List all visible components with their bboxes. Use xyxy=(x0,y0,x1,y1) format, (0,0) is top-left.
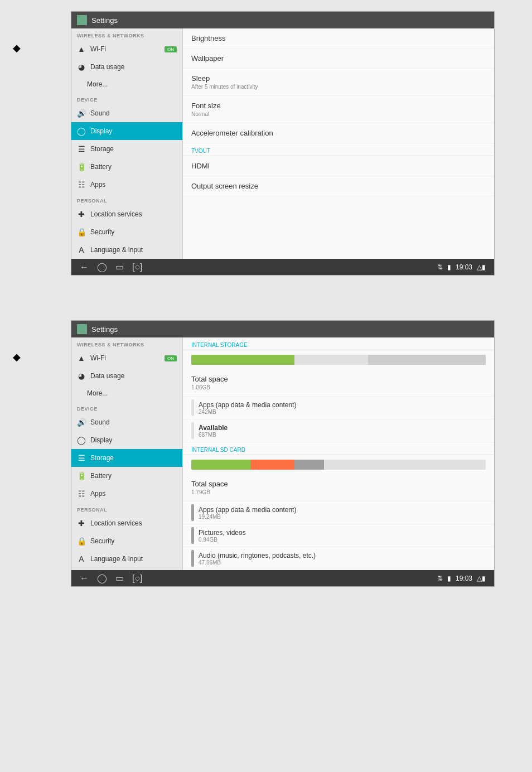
sidebar-item-language-2[interactable]: A Language & input xyxy=(71,550,182,568)
diamond2-icon: ◆ xyxy=(13,351,21,363)
page-wrapper: ◆ Settings WIRELESS & NETWORKS ▲ Wi-Fi O… xyxy=(0,0,532,620)
legend-color-sd-apps xyxy=(191,504,194,521)
sidebar-item-more-2[interactable]: More... xyxy=(71,385,182,402)
sd-bar-seg1 xyxy=(191,460,250,470)
wifi-toggle-2[interactable]: ON xyxy=(165,355,177,361)
section-personal-2: PERSONAL xyxy=(71,503,182,514)
legend-color-sd-audio xyxy=(191,550,194,567)
wifi-status-icon-1: ⇅ xyxy=(437,263,443,271)
content-area-2: INTERNAL STORAGE Total space 1.06GB xyxy=(183,337,494,570)
legend-color-apps xyxy=(191,399,194,416)
battery-status-icon-2: ▮ xyxy=(447,575,451,582)
sidebar-item-location-1[interactable]: ✚ Location services xyxy=(71,205,182,223)
back-icon-2[interactable]: ← xyxy=(80,573,89,583)
diamond1-icon: ◆ xyxy=(13,42,21,54)
sidebar-item-apps-1[interactable]: ☷ Apps xyxy=(71,176,182,194)
sd-legend-apps: Apps (app data & media content) 19.24MB xyxy=(183,501,494,524)
sidebar-item-sound-2[interactable]: 🔊 Sound xyxy=(71,413,182,431)
sidebar-item-security-2[interactable]: 🔒 Security xyxy=(71,532,182,550)
apps-icon-1: ☷ xyxy=(77,180,86,189)
storage-legend-apps: Apps (app data & media content) 242MB xyxy=(183,397,494,419)
nav-bar-1: ← ◯ ▭ [○] ⇅ ▮ 19:03 △▮ xyxy=(71,259,494,275)
signal-icon-1: △▮ xyxy=(477,263,486,271)
title-bar-1: Settings xyxy=(71,12,494,28)
screenshot1-block: Settings WIRELESS & NETWORKS ▲ Wi-Fi ON … xyxy=(71,11,495,276)
title-bar-label: Settings xyxy=(91,16,118,25)
sidebar-item-security-1[interactable]: 🔒 Security xyxy=(71,223,182,241)
battery-icon-2: 🔋 xyxy=(77,471,86,480)
battery-icon-1: 🔋 xyxy=(77,162,86,171)
settings-toggle-icon-1[interactable]: [○] xyxy=(132,262,143,272)
sidebar-item-storage-2[interactable]: ☰ Storage xyxy=(71,449,182,467)
data-icon-2: ◕ xyxy=(77,371,86,380)
display-icon: ◯ xyxy=(77,127,86,136)
content-area-1: Brightness Wallpaper Sleep After 5 minut… xyxy=(183,28,494,259)
sidebar-item-storage-1[interactable]: ☰ Storage xyxy=(71,140,182,158)
sidebar-item-display-1[interactable]: ◯ Display xyxy=(71,122,182,140)
storage-icon-2: ☰ xyxy=(77,453,86,462)
wifi-icon: ▲ xyxy=(77,45,86,54)
status-bar-2: ⇅ ▮ 19:03 △▮ xyxy=(437,575,486,582)
sidebar-item-apps-2[interactable]: ☷ Apps xyxy=(71,485,182,503)
back-icon-1[interactable]: ← xyxy=(80,262,89,272)
security-icon-2: 🔒 xyxy=(77,537,86,546)
title-bar-2: Settings xyxy=(71,321,494,337)
sidebar-item-wifi-1[interactable]: ▲ Wi-Fi ON xyxy=(71,40,182,58)
content-font-size[interactable]: Font size Normal xyxy=(183,96,494,123)
sidebar-item-language-1[interactable]: A Language & input xyxy=(71,241,182,259)
internal-sd-label: INTERNAL SD CARD xyxy=(183,442,494,455)
section-device-1: DEVICE xyxy=(71,93,182,104)
sidebar-item-more-1[interactable]: More... xyxy=(71,76,182,93)
storage-bar-used xyxy=(191,355,294,365)
sidebar-item-location-2[interactable]: ✚ Location services xyxy=(71,514,182,532)
sd-legend-audio: Audio (music, ringtones, podcasts, etc.)… xyxy=(183,547,494,570)
content-wallpaper[interactable]: Wallpaper xyxy=(183,49,494,69)
sidebar-item-sound-1[interactable]: 🔊 Sound xyxy=(71,104,182,122)
signal-icon-2: △▮ xyxy=(477,575,486,582)
home-icon-2[interactable]: ◯ xyxy=(97,573,107,583)
status-bar-1: ⇅ ▮ 19:03 △▮ xyxy=(437,263,486,271)
sidebar-item-data-2[interactable]: ◕ Data usage xyxy=(71,367,182,385)
content-output-resize[interactable]: Output screen resize xyxy=(183,176,494,196)
section-device-2: DEVICE xyxy=(71,402,182,413)
display-icon-2: ◯ xyxy=(77,436,86,445)
wifi-status-icon-2: ⇅ xyxy=(437,575,443,582)
settings-toggle-icon-2[interactable]: [○] xyxy=(132,573,143,583)
settings-main-2: WIRELESS & NETWORKS ▲ Wi-Fi ON ◕ Data us… xyxy=(71,337,494,570)
legend-text-available: Available 687MB xyxy=(199,424,228,438)
wifi-icon-2: ▲ xyxy=(77,354,86,363)
content-sleep[interactable]: Sleep After 5 minutes of inactivity xyxy=(183,69,494,96)
content-hdmi[interactable]: HDMI xyxy=(183,156,494,176)
sidebar-item-battery-1[interactable]: 🔋 Battery xyxy=(71,158,182,176)
sd-bar-seg3 xyxy=(294,460,324,470)
content-brightness[interactable]: Brightness xyxy=(183,28,494,49)
content-accelerometer[interactable]: Accelerometer calibration xyxy=(183,123,494,143)
sidebar-item-battery-2[interactable]: 🔋 Battery xyxy=(71,467,182,485)
legend-color-sd-pictures xyxy=(191,527,194,544)
sidebar-item-wifi-2[interactable]: ▲ Wi-Fi ON xyxy=(71,349,182,367)
title-bar-label-2: Settings xyxy=(91,325,118,334)
nav-bar-2: ← ◯ ▭ [○] ⇅ ▮ 19:03 △▮ xyxy=(71,570,494,586)
time-display-2: 19:03 xyxy=(456,575,472,582)
security-icon-1: 🔒 xyxy=(77,228,86,237)
diamond2-col: ◆ xyxy=(0,320,33,363)
settings-app-icon-2 xyxy=(77,324,87,334)
recents-icon-2[interactable]: ▭ xyxy=(115,573,124,583)
home-icon-1[interactable]: ◯ xyxy=(97,262,107,272)
apps-icon-2: ☷ xyxy=(77,489,86,498)
time-display-1: 19:03 xyxy=(456,263,472,271)
section-wireless-1: WIRELESS & NETWORKS xyxy=(71,28,182,40)
language-icon-2: A xyxy=(77,554,86,563)
recents-icon-1[interactable]: ▭ xyxy=(115,262,124,272)
sidebar-item-data-1[interactable]: ◕ Data usage xyxy=(71,58,182,76)
content-total-space-1: Total space 1.06GB xyxy=(183,369,494,397)
sd-bar-seg2 xyxy=(250,460,294,470)
sidebar-item-display-2[interactable]: ◯ Display xyxy=(71,431,182,449)
sd-legend-pictures: Pictures, videos 0.94GB xyxy=(183,524,494,547)
sound-icon-2: 🔊 xyxy=(77,418,86,427)
sd-storage-bar xyxy=(191,460,486,470)
wifi-toggle-1[interactable]: ON xyxy=(165,46,177,52)
screenshot2-block: Settings WIRELESS & NETWORKS ▲ Wi-Fi ON … xyxy=(71,320,495,587)
screenshot1-row: ◆ Settings WIRELESS & NETWORKS ▲ Wi-Fi O… xyxy=(0,11,532,298)
location-icon-1: ✚ xyxy=(77,210,86,219)
